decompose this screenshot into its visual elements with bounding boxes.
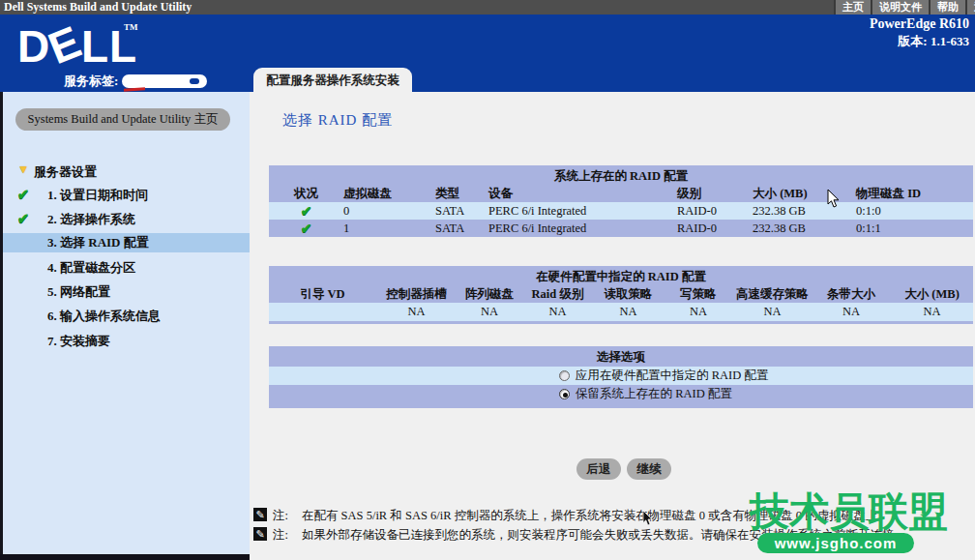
sidebar-item-network-config[interactable]: 5. 网络配置 bbox=[3, 282, 250, 302]
sidebar-item-os-info[interactable]: 6. 输入操作系统信息 bbox=[3, 307, 250, 326]
table-row: NA NA NA NA NA NA NA NA bbox=[269, 303, 973, 321]
hw-raid-header-row: 引导 VD 控制器插槽 阵列磁盘 Raid 级别 读取策略 写策略 高速缓存策略… bbox=[269, 286, 973, 303]
menu-documentation[interactable]: 说明文件 bbox=[871, 0, 929, 15]
menu-help[interactable]: 帮助 bbox=[929, 0, 965, 15]
mouse-cursor bbox=[827, 190, 842, 209]
service-tag-label: 服务标签: bbox=[64, 73, 118, 90]
sidebar-item-disk-partition[interactable]: 4. 配置磁盘分区 bbox=[3, 258, 250, 278]
tab-configure-os-install[interactable]: 配置服务器操作系统安装 bbox=[253, 68, 412, 92]
secondary-cursor bbox=[642, 511, 655, 527]
service-tag-redacted-blob bbox=[122, 74, 207, 88]
continue-button[interactable]: 继续 bbox=[627, 458, 671, 480]
top-menu: 主页 说明文件 帮助 退出 bbox=[834, 0, 975, 15]
window-titlebar: Dell Systems Build and Update Utility 主页… bbox=[0, 0, 975, 15]
watermark-url: www.jsgho.com bbox=[757, 533, 914, 553]
dell-tm-mark: TM bbox=[124, 22, 138, 32]
service-tag-row: 服务标签: bbox=[64, 73, 207, 90]
window-title: Dell Systems Build and Update Utility bbox=[4, 0, 192, 15]
model-name: PowerEdge R610 bbox=[870, 16, 969, 32]
collapse-triangle-icon[interactable]: ▼ bbox=[13, 162, 34, 177]
back-button[interactable]: 后退 bbox=[576, 458, 621, 480]
select-options-title: 选择选项 bbox=[269, 349, 973, 367]
sidebar: Systems Build and Update Utility 主页 ▼ 服务… bbox=[0, 92, 250, 560]
hw-raid-panel: 在硬件配置中指定的 RAID 配置 引导 VD 控制器插槽 阵列磁盘 Raid … bbox=[269, 266, 973, 324]
menu-exit[interactable]: 退出 bbox=[965, 0, 975, 15]
sidebar-item-date-time[interactable]: ✔ 1. 设置日期和时间 bbox=[3, 186, 250, 205]
sidebar-item-install-summary[interactable]: 7. 安装摘要 bbox=[3, 332, 250, 351]
status-ok-icon: ✔ bbox=[301, 204, 312, 219]
pencil-note-icon: ✎ bbox=[253, 527, 267, 541]
hw-raid-title: 在硬件配置中指定的 RAID 配置 bbox=[269, 269, 973, 286]
check-icon: ✔ bbox=[13, 210, 34, 227]
menu-home[interactable]: 主页 bbox=[834, 0, 871, 15]
radio-selected[interactable] bbox=[559, 389, 570, 399]
header-banner: DELL TM 服务标签: PowerEdge R610 版本: 1.1-633 bbox=[0, 15, 975, 92]
version-text: 版本: 1.1-633 bbox=[898, 33, 969, 50]
dell-logo: DELL bbox=[17, 20, 137, 73]
sbuu-window: Dell Systems Build and Update Utility 主页… bbox=[0, 0, 975, 560]
page-title: 选择 RAID 配置 bbox=[282, 111, 393, 130]
option-apply-hw-raid[interactable]: 应用在硬件配置中指定的 RAID 配置 bbox=[269, 367, 973, 385]
existing-raid-panel: 系统上存在的 RAID 配置 状况 虚拟磁盘 类型 设备 级别 大小 (MB) … bbox=[269, 165, 973, 237]
check-icon: ✔ bbox=[13, 186, 34, 203]
radio-unselected[interactable] bbox=[559, 370, 570, 381]
table-row[interactable]: ✔ 1 SATA PERC 6/i Integrated RAID-0 232.… bbox=[269, 220, 973, 237]
sidebar-section-server-settings[interactable]: ▼ 服务器设置 bbox=[3, 162, 250, 182]
table-row[interactable]: ✔ 0 SATA PERC 6/i Integrated RAID-0 232.… bbox=[269, 202, 973, 220]
option-keep-existing-raid[interactable]: 保留系统上存在的 RAID 配置 bbox=[269, 385, 973, 403]
sidebar-item-select-os[interactable]: ✔ 2. 选择操作系统 bbox=[3, 210, 250, 229]
status-ok-icon: ✔ bbox=[301, 221, 312, 236]
select-options-panel: 选择选项 应用在硬件配置中指定的 RAID 配置 保留系统上存在的 RAID 配… bbox=[269, 346, 973, 408]
sidebar-item-select-raid[interactable]: 3. 选择 RAID 配置 bbox=[3, 233, 250, 252]
bottom-edge-strip bbox=[0, 554, 250, 560]
existing-raid-title: 系统上存在的 RAID 配置 bbox=[269, 168, 973, 186]
pencil-note-icon: ✎ bbox=[253, 508, 267, 521]
sbuu-home-button[interactable]: Systems Build and Update Utility 主页 bbox=[15, 108, 230, 131]
watermark-title: 技术员联盟 bbox=[750, 486, 948, 539]
existing-raid-header-row: 状况 虚拟磁盘 类型 设备 级别 大小 (MB) 物理磁盘 ID bbox=[269, 186, 973, 202]
